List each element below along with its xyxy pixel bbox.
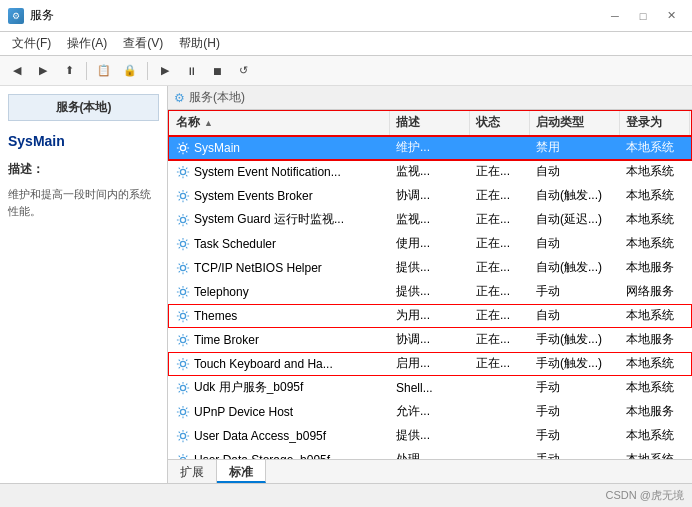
cell-startup: 自动 bbox=[530, 304, 620, 327]
svg-point-12 bbox=[180, 433, 185, 438]
table-row[interactable]: System Event Notification... 监视... 正在...… bbox=[168, 160, 692, 184]
table-row[interactable]: System Events Broker 协调... 正在... 自动(触发..… bbox=[168, 184, 692, 208]
cell-name: Udk 用户服务_b095f bbox=[170, 376, 390, 399]
tab-expand[interactable]: 扩展 bbox=[168, 460, 217, 483]
cell-status: 正在... bbox=[470, 328, 530, 351]
cell-name: User Data Access_b095f bbox=[170, 424, 390, 447]
menu-view[interactable]: 查看(V) bbox=[115, 33, 171, 54]
close-button[interactable]: ✕ bbox=[658, 6, 684, 26]
cell-startup: 自动 bbox=[530, 160, 620, 183]
cell-name: System Events Broker bbox=[170, 184, 390, 207]
toolbar-sep-2 bbox=[147, 62, 148, 80]
cell-desc: 协调... bbox=[390, 184, 470, 207]
svg-point-10 bbox=[180, 385, 185, 390]
title-bar: ⚙ 服务 ─ □ ✕ bbox=[0, 0, 692, 32]
toolbar-stop[interactable]: ⏹ bbox=[206, 60, 228, 82]
cell-desc: 处理... bbox=[390, 448, 470, 459]
cell-login: 本地系统 bbox=[620, 448, 690, 459]
svg-point-4 bbox=[180, 241, 185, 246]
service-icon bbox=[176, 333, 190, 347]
menu-bar: 文件(F) 操作(A) 查看(V) 帮助(H) bbox=[0, 32, 692, 56]
toolbar-restart[interactable]: ↺ bbox=[232, 60, 254, 82]
service-icon bbox=[176, 237, 190, 251]
table-row[interactable]: User Data Storage_b095f 处理... 手动 本地系统 bbox=[168, 448, 692, 459]
col-name[interactable]: 名称 ▲ bbox=[170, 110, 390, 135]
maximize-button[interactable]: □ bbox=[630, 6, 656, 26]
cell-startup: 手动 bbox=[530, 424, 620, 447]
title-controls: ─ □ ✕ bbox=[602, 6, 684, 26]
toolbar-pause[interactable]: ⏸ bbox=[180, 60, 202, 82]
cell-name: System Event Notification... bbox=[170, 160, 390, 183]
menu-help[interactable]: 帮助(H) bbox=[171, 33, 228, 54]
service-icon bbox=[176, 309, 190, 323]
service-icon bbox=[176, 165, 190, 179]
cell-status: 正在... bbox=[470, 184, 530, 207]
cell-desc: 协调... bbox=[390, 328, 470, 351]
cell-desc: 维护... bbox=[390, 136, 470, 159]
table-row[interactable]: SysMain 维护... 禁用 本地系统 bbox=[168, 136, 692, 160]
table-row[interactable]: Telephony 提供... 正在... 手动 网络服务 bbox=[168, 280, 692, 304]
service-icon bbox=[176, 381, 190, 395]
table-row[interactable]: Task Scheduler 使用... 正在... 自动 本地系统 bbox=[168, 232, 692, 256]
address-text: 服务(本地) bbox=[189, 89, 245, 106]
table-row[interactable]: Touch Keyboard and Ha... 启用... 正在... 手动(… bbox=[168, 352, 692, 376]
cell-name: Telephony bbox=[170, 280, 390, 303]
table-row[interactable]: UPnP Device Host 允许... 手动 本地服务 bbox=[168, 400, 692, 424]
table-row[interactable]: TCP/IP NetBIOS Helper 提供... 正在... 自动(触发.… bbox=[168, 256, 692, 280]
toolbar-start[interactable]: ▶ bbox=[154, 60, 176, 82]
cell-name: Touch Keyboard and Ha... bbox=[170, 352, 390, 375]
cell-desc: 监视... bbox=[390, 208, 470, 231]
col-login[interactable]: 登录为 bbox=[620, 110, 690, 135]
table-row[interactable]: System Guard 运行时监视... 监视... 正在... 自动(延迟.… bbox=[168, 208, 692, 232]
cell-name: SysMain bbox=[170, 136, 390, 159]
menu-action[interactable]: 操作(A) bbox=[59, 33, 115, 54]
col-status[interactable]: 状态 bbox=[470, 110, 530, 135]
table-body: SysMain 维护... 禁用 本地系统 System Event Notif… bbox=[168, 136, 692, 459]
cell-desc: 使用... bbox=[390, 232, 470, 255]
title-bar-left: ⚙ 服务 bbox=[8, 7, 54, 24]
svg-point-8 bbox=[180, 337, 185, 342]
cell-login: 网络服务 bbox=[620, 280, 690, 303]
cell-startup: 手动(触发...) bbox=[530, 328, 620, 351]
cell-status: 正在... bbox=[470, 208, 530, 231]
cell-status: 正在... bbox=[470, 304, 530, 327]
col-startup[interactable]: 启动类型 bbox=[530, 110, 620, 135]
cell-name: UPnP Device Host bbox=[170, 400, 390, 423]
address-icon: ⚙ bbox=[174, 91, 185, 105]
cell-login: 本地系统 bbox=[620, 424, 690, 447]
svg-point-5 bbox=[180, 265, 185, 270]
window-title: 服务 bbox=[30, 7, 54, 24]
toolbar-properties[interactable]: 🔒 bbox=[119, 60, 141, 82]
table-row[interactable]: Udk 用户服务_b095f Shell... 手动 本地系统 bbox=[168, 376, 692, 400]
table-row[interactable]: Time Broker 协调... 正在... 手动(触发...) 本地服务 bbox=[168, 328, 692, 352]
cell-status bbox=[470, 424, 530, 447]
cell-login: 本地服务 bbox=[620, 400, 690, 423]
minimize-button[interactable]: ─ bbox=[602, 6, 628, 26]
service-icon bbox=[176, 285, 190, 299]
col-desc[interactable]: 描述 bbox=[390, 110, 470, 135]
cell-startup: 禁用 bbox=[530, 136, 620, 159]
cell-status bbox=[470, 400, 530, 423]
cell-desc: 提供... bbox=[390, 424, 470, 447]
service-icon bbox=[176, 429, 190, 443]
cell-status: 正在... bbox=[470, 256, 530, 279]
toolbar-show-hide[interactable]: 📋 bbox=[93, 60, 115, 82]
table-row[interactable]: Themes 为用... 正在... 自动 本地系统 bbox=[168, 304, 692, 328]
cell-status: 正在... bbox=[470, 280, 530, 303]
cell-startup: 手动 bbox=[530, 448, 620, 459]
menu-file[interactable]: 文件(F) bbox=[4, 33, 59, 54]
cell-name: Themes bbox=[170, 304, 390, 327]
cell-name: Task Scheduler bbox=[170, 232, 390, 255]
table-row[interactable]: User Data Access_b095f 提供... 手动 本地系统 bbox=[168, 424, 692, 448]
svg-point-3 bbox=[180, 217, 185, 222]
app-icon: ⚙ bbox=[8, 8, 24, 24]
toolbar-forward[interactable]: ▶ bbox=[32, 60, 54, 82]
cell-startup: 自动(触发...) bbox=[530, 184, 620, 207]
toolbar-up[interactable]: ⬆ bbox=[58, 60, 80, 82]
svg-point-6 bbox=[180, 289, 185, 294]
toolbar-back[interactable]: ◀ bbox=[6, 60, 28, 82]
cell-status bbox=[470, 136, 530, 159]
services-table: 名称 ▲ 描述 状态 启动类型 登录为 bbox=[168, 110, 692, 459]
cell-login: 本地系统 bbox=[620, 208, 690, 231]
tab-standard[interactable]: 标准 bbox=[217, 460, 266, 483]
